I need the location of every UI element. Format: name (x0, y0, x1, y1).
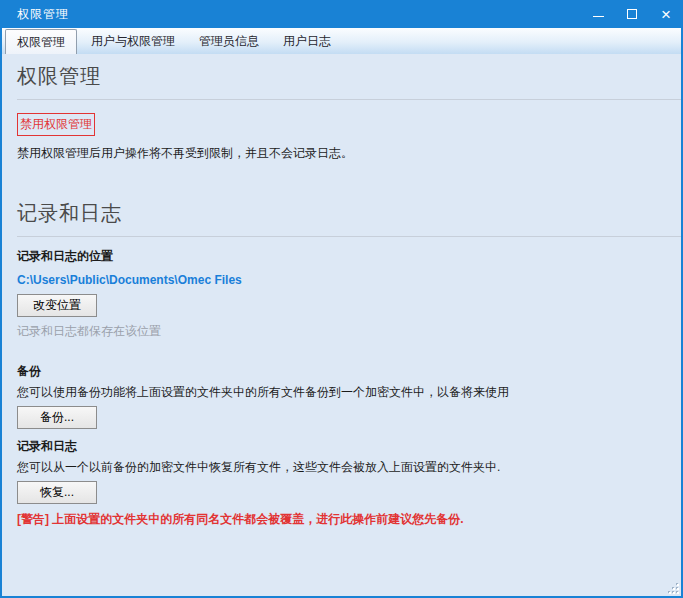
log-location-label: 记录和日志的位置 (17, 248, 681, 265)
tab-permission-management[interactable]: 权限管理 (5, 29, 77, 54)
divider (17, 236, 681, 237)
restore-label: 记录和日志 (17, 438, 681, 455)
minimize-icon (593, 16, 604, 17)
resize-grip[interactable] (666, 581, 680, 595)
tab-admin-info[interactable]: 管理员信息 (187, 28, 271, 54)
restore-warning: [警告] 上面设置的文件夹中的所有同名文件都会被覆盖，进行此操作前建议您先备份. (17, 511, 681, 528)
window-controls: × (581, 0, 683, 28)
titlebar: 权限管理 × (0, 0, 683, 28)
logs-section-heading: 记录和日志 (17, 200, 681, 227)
grip-dots-icon (668, 583, 679, 594)
tab-page-content: 权限管理 禁用权限管理 禁用权限管理后用户操作将不再受到限制，并且不会记录日志。… (2, 54, 681, 596)
close-icon: × (661, 6, 671, 23)
log-location-path-link[interactable]: C:\Users\Public\Documents\Omec Files (17, 273, 242, 287)
disable-permission-description: 禁用权限管理后用户操作将不再受到限制，并且不会记录日志。 (17, 146, 681, 161)
window-title: 权限管理 (0, 6, 69, 23)
tab-bar: 权限管理 用户与权限管理 管理员信息 用户日志 (2, 28, 681, 54)
log-location-note: 记录和日志都保存在该位置 (17, 323, 681, 340)
app-window: 权限管理 × 权限管理 用户与权限管理 管理员信息 用户日志 权限管理 禁用权限… (0, 0, 683, 598)
permission-section-heading: 权限管理 (17, 63, 681, 90)
restore-button[interactable]: 恢复... (17, 481, 97, 504)
minimize-button[interactable] (581, 0, 615, 28)
tab-user-permission-management[interactable]: 用户与权限管理 (79, 28, 187, 54)
backup-description: 您可以使用备份功能将上面设置的文件夹中的所有文件备份到一个加密文件中，以备将来使… (17, 385, 681, 400)
maximize-icon (627, 9, 637, 19)
backup-button[interactable]: 备份... (17, 406, 97, 429)
divider (17, 99, 681, 100)
change-location-button[interactable]: 改变位置 (17, 294, 97, 317)
maximize-button[interactable] (615, 0, 649, 28)
backup-label: 备份 (17, 363, 681, 380)
tab-user-log[interactable]: 用户日志 (271, 28, 343, 54)
restore-description: 您可以从一个以前备份的加密文件中恢复所有文件，这些文件会被放入上面设置的文件夹中… (17, 460, 681, 475)
close-button[interactable]: × (649, 0, 683, 28)
disable-permission-link[interactable]: 禁用权限管理 (17, 113, 95, 136)
